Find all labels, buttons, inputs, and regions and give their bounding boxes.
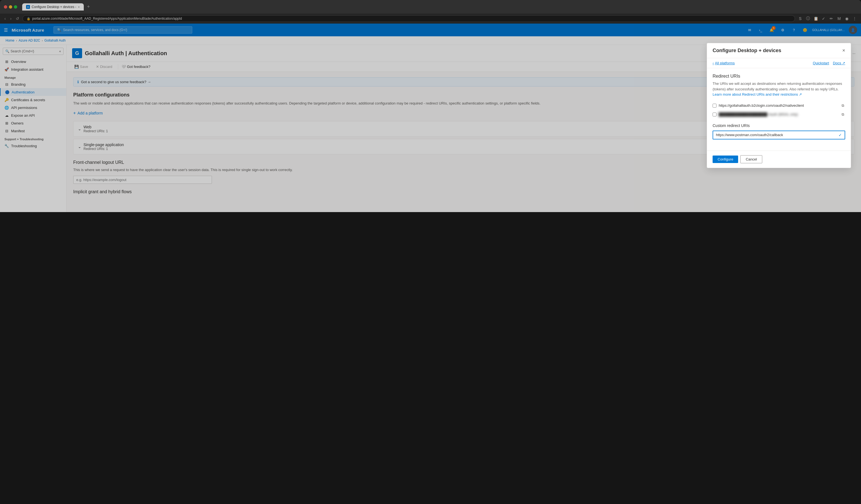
uri-row-2: ███████████████████://auth (MSAL only) ⧉ xyxy=(713,110,845,119)
side-panel-footer: Configure Cancel xyxy=(707,151,851,168)
configure-button[interactable]: Configure xyxy=(713,155,738,163)
uri-1-copy-button[interactable]: ⧉ xyxy=(840,103,845,108)
custom-uri-field[interactable] xyxy=(716,133,838,137)
side-panel: Configure Desktop + devices × ‹ All plat… xyxy=(707,43,851,168)
redirect-uris-learn-more[interactable]: Learn more about Redirect URIs and their… xyxy=(713,92,802,97)
uri-2-text: ███████████████████://auth (MSAL only) xyxy=(719,112,838,116)
side-panel-header: Configure Desktop + devices × xyxy=(707,43,851,58)
uri-2-copy-button[interactable]: ⧉ xyxy=(840,112,845,117)
panel-links: Quickstart Docs ↗ xyxy=(813,61,845,65)
redirect-uris-desc-text: The URIs we will accept as destinations … xyxy=(713,82,842,91)
back-chevron-icon: ‹ xyxy=(713,61,714,65)
uri-2-checkbox[interactable] xyxy=(713,113,716,116)
learn-more-text: Learn more about Redirect URIs and their… xyxy=(713,92,802,97)
quickstart-link[interactable]: Quickstart xyxy=(813,61,829,65)
side-panel-nav: ‹ All platforms Quickstart Docs ↗ xyxy=(707,58,851,68)
custom-uri-input-wrapper: ✓ xyxy=(713,130,845,139)
docs-label: Docs ↗ xyxy=(833,61,845,65)
side-panel-body: Redirect URIs The URIs we will accept as… xyxy=(707,68,851,145)
redirect-uris-desc: The URIs we will accept as destinations … xyxy=(713,81,845,97)
back-to-platforms-link[interactable]: ‹ All platforms xyxy=(713,61,735,65)
uri-1-text: https://gollahalliauth.b2clogin.com/oaut… xyxy=(719,103,838,108)
back-link-text: All platforms xyxy=(715,61,735,65)
side-panel-title: Configure Desktop + devices xyxy=(713,48,781,54)
uri-1-checkbox[interactable] xyxy=(713,104,716,108)
cancel-button[interactable]: Cancel xyxy=(740,155,762,163)
input-check-icon: ✓ xyxy=(838,133,842,137)
side-panel-close-button[interactable]: × xyxy=(842,48,845,54)
docs-link[interactable]: Docs ↗ xyxy=(833,61,845,65)
uri-row-1: https://gollahalliauth.b2clogin.com/oaut… xyxy=(713,101,845,110)
quickstart-label: Quickstart xyxy=(813,61,829,65)
custom-uris-label: Custom redirect URIs xyxy=(713,123,845,128)
redirect-uris-heading: Redirect URIs xyxy=(713,74,845,79)
custom-redirect-uris-section: Custom redirect URIs ✓ xyxy=(713,123,845,139)
